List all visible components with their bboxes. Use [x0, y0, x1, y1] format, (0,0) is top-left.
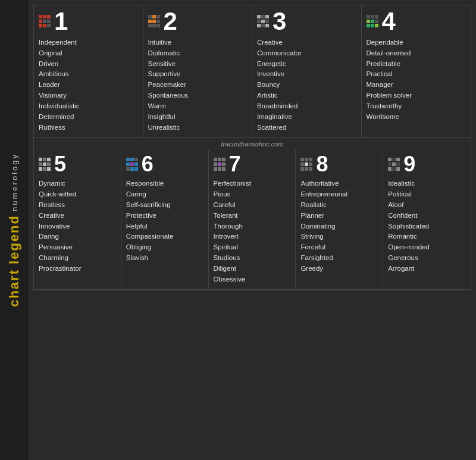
sidebar: numerology chart legend: [0, 0, 29, 460]
traits-2: Intuitive Diplomatic Sensitive Supportiv…: [148, 37, 248, 133]
traits-6: Responsible Caring Self-sacrificing Prot…: [126, 179, 203, 264]
number-5: 5: [54, 154, 66, 175]
traits-7: Perfectionist Pious Careful Tolerant Tho…: [214, 179, 291, 284]
cell-1: 1 Independent Original Driven Ambitious …: [34, 5, 143, 138]
sidebar-numerology-label: numerology: [10, 153, 19, 211]
cell-9-header: 9: [388, 154, 466, 175]
cell-1-header: 1: [39, 9, 138, 34]
icon-4: [367, 15, 380, 28]
cell-3-header: 3: [257, 9, 356, 34]
number-9: 9: [403, 154, 415, 175]
watermark: tracuuthansohoc.com: [33, 138, 471, 150]
cell-4-header: 4: [367, 9, 466, 34]
traits-3: Creative Communicator Energetic Inventiv…: [257, 37, 356, 133]
cell-7: 7 Perfectionist Pious Careful Tolerant T…: [209, 150, 296, 290]
top-grid: 1 Independent Original Driven Ambitious …: [33, 5, 471, 138]
cell-5: 5 Dynamic Quick-witted Restless Creative…: [34, 150, 121, 290]
icon-2: [148, 15, 161, 28]
number-7: 7: [229, 154, 241, 175]
number-3: 3: [273, 9, 286, 34]
cell-3: 3 Creative Communicator Energetic Invent…: [252, 5, 362, 138]
cell-4: 4 Dependable Detail-oriented Predictable…: [362, 5, 471, 138]
traits-8: Authoritative Entrepreneurial Realistic …: [300, 179, 378, 274]
icon-1: [39, 15, 52, 28]
traits-4: Dependable Detail-oriented Predictable P…: [367, 37, 466, 123]
icon-8: [300, 158, 314, 171]
traits-1: Independent Original Driven Ambitious Le…: [39, 37, 138, 133]
cell-8: 8 Authoritative Entrepreneurial Realisti…: [296, 150, 383, 290]
number-1: 1: [54, 9, 68, 34]
cell-6-header: 6: [126, 154, 203, 175]
cell-6: 6 Responsible Caring Self-sacrificing Pr…: [121, 150, 209, 290]
icon-5: [39, 158, 52, 171]
icon-7: [214, 158, 227, 171]
bottom-grid: 5 Dynamic Quick-witted Restless Creative…: [33, 150, 471, 290]
number-2: 2: [164, 9, 177, 34]
cell-5-header: 5: [39, 154, 116, 175]
traits-9: Idealistic Political Aloof Confident Sop…: [388, 179, 466, 274]
icon-9: [388, 158, 401, 171]
traits-5: Dynamic Quick-witted Restless Creative I…: [39, 179, 116, 274]
cell-7-header: 7: [214, 154, 291, 175]
icon-3: [257, 15, 270, 28]
number-4: 4: [382, 9, 396, 34]
icon-6: [126, 158, 139, 171]
number-6: 6: [142, 154, 154, 175]
cell-8-header: 8: [300, 154, 378, 175]
cell-2-header: 2: [148, 9, 248, 34]
main-content: 1 Independent Original Driven Ambitious …: [29, 0, 476, 460]
number-8: 8: [316, 154, 328, 175]
cell-2: 2 Intuitive Diplomatic Sensitive Support…: [143, 5, 253, 138]
cell-9: 9 Idealistic Political Aloof Confident S…: [383, 150, 471, 290]
sidebar-chart-label: chart legend: [7, 215, 22, 307]
